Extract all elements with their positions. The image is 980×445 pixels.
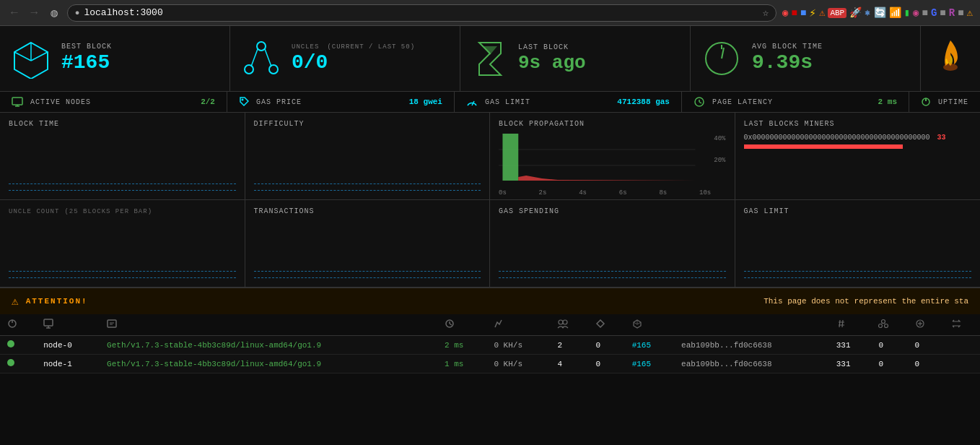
- col-status: [0, 314, 36, 336]
- tag-icon: [239, 96, 249, 108]
- miner-address: 0x00000000000000000000000000000000000000…: [744, 134, 930, 142]
- col-tx2: [944, 314, 980, 336]
- col-uncles: [871, 314, 907, 336]
- forward-button[interactable]: →: [27, 5, 42, 21]
- top-stats-row: BEST BLOCK #165 UNCLES (CURRENT / LAST 5…: [0, 26, 980, 92]
- table-row[interactable]: node-1 Geth/v1.7.3-stable-4bb3c89d/linux…: [0, 355, 980, 373]
- block-time-area: [9, 134, 236, 184]
- propagation-area: 0s 2s 4s 6s 8s 10s 40% 20%: [499, 134, 726, 191]
- row-difficulty: eab109bb...fd0c6638: [674, 336, 829, 355]
- uncle-count-area: [9, 221, 236, 272]
- uncles-header-icon: [878, 319, 888, 329]
- cube-icon: [12, 39, 51, 79]
- gas-spending-title: GAS SPENDING: [499, 207, 726, 215]
- propagation-x-labels: 0s 2s 4s 6s 8s 10s: [499, 189, 711, 196]
- difficulty-dashed: [254, 190, 481, 191]
- gas-limit-dashed: [744, 277, 972, 278]
- gas-limit-chart: GAS LIMIT: [735, 200, 981, 287]
- svg-point-47: [879, 324, 883, 328]
- miner-row: 0x00000000000000000000000000000000000000…: [744, 134, 972, 142]
- svg-point-5: [245, 65, 253, 74]
- ext-icon-9: ▮: [904, 7, 910, 19]
- gas-limit-chart-title: GAS LIMIT: [744, 207, 972, 215]
- difficulty-chart: DIFFICULTY: [245, 113, 491, 199]
- uncles-info: UNCLES (CURRENT / LAST 50) 0/0: [292, 43, 448, 74]
- attention-label: ATTENTION!: [26, 297, 88, 306]
- svg-point-40: [559, 320, 563, 324]
- refresh-button[interactable]: ◍: [47, 4, 61, 22]
- speedometer-icon: [702, 39, 742, 79]
- col-tx-hash: [829, 314, 872, 336]
- node-table-header: [0, 314, 980, 336]
- transactions-title: TRANSACTIONS: [254, 207, 481, 215]
- svg-point-15: [943, 64, 958, 71]
- row-best-block: #165: [625, 336, 674, 355]
- extra-card: [921, 26, 980, 91]
- ext-icon-2: ■: [800, 7, 806, 19]
- block-time-dashed: [9, 190, 236, 191]
- svg-line-14: [722, 48, 724, 59]
- col-difficulty-hdr: [674, 314, 829, 336]
- best-block-card: BEST BLOCK #165: [0, 26, 230, 91]
- ext-icon-12: G: [931, 7, 937, 19]
- uncles-value: 0/0: [292, 52, 448, 74]
- ext-icon-4: ⚠: [819, 7, 825, 19]
- best-block-info: BEST BLOCK #165: [61, 43, 218, 74]
- clock-header-icon: [445, 319, 455, 329]
- row-hashrate: 0 KH/s: [486, 355, 550, 373]
- svg-point-41: [563, 320, 567, 324]
- svg-point-48: [885, 324, 888, 328]
- miner-bar-container: [744, 144, 972, 149]
- ext-icon-11: ■: [922, 7, 928, 19]
- row-tx2: 0: [908, 336, 944, 355]
- clock-icon: [694, 97, 705, 107]
- node-table-body: node-0 Geth/v1.7.3-stable-4bb3c89d/linux…: [0, 336, 980, 373]
- ext-icon-10: ◉: [913, 7, 919, 19]
- gas-limit-label: GAS LIMIT: [485, 98, 610, 106]
- svg-point-4: [257, 42, 266, 51]
- col-peers: [550, 314, 588, 336]
- url-text: localhost:3000: [84, 7, 162, 18]
- active-nodes-label: ACTIVE NODES: [30, 98, 193, 106]
- svg-line-7: [251, 49, 258, 66]
- miner-bar: [744, 144, 903, 149]
- svg-rect-16: [12, 98, 22, 105]
- svg-line-45: [637, 322, 641, 324]
- svg-point-19: [241, 99, 243, 101]
- gas-price-item: GAS PRICE 18 gwei: [227, 92, 455, 112]
- block-time-title: BLOCK TIME: [9, 120, 236, 128]
- row-client: Geth/v1.7.3-stable-4bb3c89d/linux-amd64/…: [100, 355, 437, 373]
- propagation-inner: 0s 2s 4s 6s 8s 10s: [499, 134, 711, 191]
- svg-rect-28: [502, 134, 518, 181]
- best-block-label: BEST BLOCK: [61, 43, 218, 51]
- row-uncles: 331: [829, 336, 872, 355]
- peers-header-icon: [557, 319, 569, 329]
- row-status: [0, 336, 36, 355]
- row-peers: 2: [550, 336, 588, 355]
- gas-limit-value: 4712388 gas: [617, 98, 670, 106]
- table-row[interactable]: node-0 Geth/v1.7.3-stable-4bb3c89d/linux…: [0, 336, 980, 355]
- ext-icon-14: R: [949, 7, 955, 19]
- charts-row-2: UNCLE COUNT (25 BLOCKS PER BAR) TRANSACT…: [0, 200, 980, 288]
- gauge-icon: [466, 97, 478, 107]
- uptime-label: UPTIME: [938, 98, 968, 106]
- propagation-y-labels: 40% 20%: [714, 134, 725, 191]
- back-button[interactable]: ←: [7, 5, 22, 21]
- uncles-label: UNCLES (CURRENT / LAST 50): [292, 43, 448, 51]
- svg-line-23: [699, 102, 701, 103]
- browser-extensions: ◉ ■ ■ ⚡ ⚠ ABP 🚀 ⎈ 🔄 📶 ▮ ◉ ■ G ■ R ■ ⚠: [782, 6, 973, 20]
- row-tx1: 0: [871, 336, 907, 355]
- page-latency-item: PAGE LATENCY 2 ms: [682, 92, 909, 112]
- ext-icon-16: ⚠: [967, 7, 973, 19]
- browser-chrome: ← → ◍ ● localhost:3000 ☆ ◉ ■ ■ ⚡ ⚠ ABP 🚀…: [0, 0, 980, 26]
- svg-line-39: [450, 324, 452, 325]
- address-bar[interactable]: ● localhost:3000 ☆: [67, 4, 776, 22]
- gas-spending-chart: GAS SPENDING: [490, 200, 735, 287]
- row-name: node-1: [36, 355, 100, 373]
- svg-marker-11: [483, 46, 497, 55]
- row-latency: 1 ms: [437, 355, 486, 373]
- gas-spending-dashed: [499, 277, 726, 278]
- attention-text: This page does not represent the entire …: [764, 297, 968, 306]
- svg-line-44: [634, 322, 637, 324]
- power-icon: [921, 97, 931, 107]
